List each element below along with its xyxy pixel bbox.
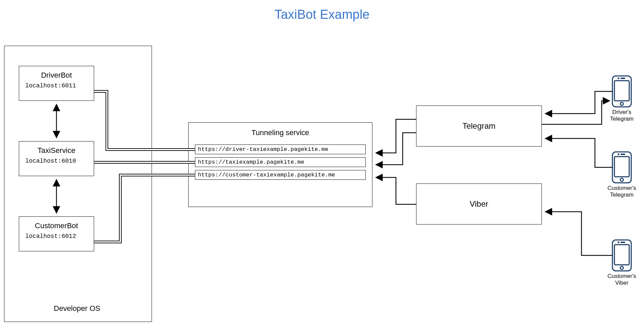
arrow-telegram-to-driver-phone (542, 101, 610, 124)
developer-os-label: Developer OS (54, 304, 100, 313)
taxi-service-name: TaxiService (25, 146, 88, 155)
telegram-label: Telegram (416, 121, 541, 131)
telegram-box: Telegram (416, 106, 542, 147)
arrow-customer-telegram-phone-to-telegram (545, 138, 612, 167)
customer-telegram-label: Customer'sTelegram (598, 185, 644, 198)
phone-icon-customer-telegram (612, 152, 631, 183)
driver-bot-addr: localhost:6011 (25, 82, 88, 89)
viber-box: Viber (416, 183, 542, 224)
tunnel-url-customer: https://customer-taxiexample.pagekite.me (195, 170, 366, 180)
taxi-service-box: TaxiService localhost:6010 (19, 141, 94, 176)
tunneling-service-title: Tunneling service (188, 128, 372, 137)
phone-icon-customer-viber (612, 240, 631, 271)
arrow-viber-to-tunnel (376, 177, 416, 204)
arrow-telegram-to-tunnel-1 (376, 119, 416, 153)
driver-bot-name: DriverBot (25, 71, 88, 80)
diagram-canvas: TaxiBot Example Developer OS DriverBot l… (0, 0, 644, 328)
arrow-telegram-to-tunnel-2 (376, 133, 416, 165)
driver-telegram-label: Driver'sTelegram (602, 109, 642, 122)
customer-viber-label: Customer'sViber (598, 273, 644, 286)
customer-bot-box: CustomerBot localhost:6012 (19, 216, 94, 251)
customer-bot-name: CustomerBot (25, 221, 88, 230)
phone-icon-driver-telegram (612, 76, 631, 107)
tunnel-url-driver: https://driver-taxiexample.pagekite.me (195, 145, 366, 154)
customer-bot-addr: localhost:6012 (25, 233, 88, 240)
arrow-customer-viber-phone-to-viber (545, 212, 612, 255)
taxi-service-addr: localhost:6010 (25, 158, 88, 164)
page-title: TaxiBot Example (0, 7, 644, 22)
tunnel-url-taxi: https://taxiexample.pagekite.me (195, 157, 366, 167)
driver-bot-box: DriverBot localhost:6011 (19, 66, 94, 101)
viber-label: Viber (416, 199, 541, 209)
